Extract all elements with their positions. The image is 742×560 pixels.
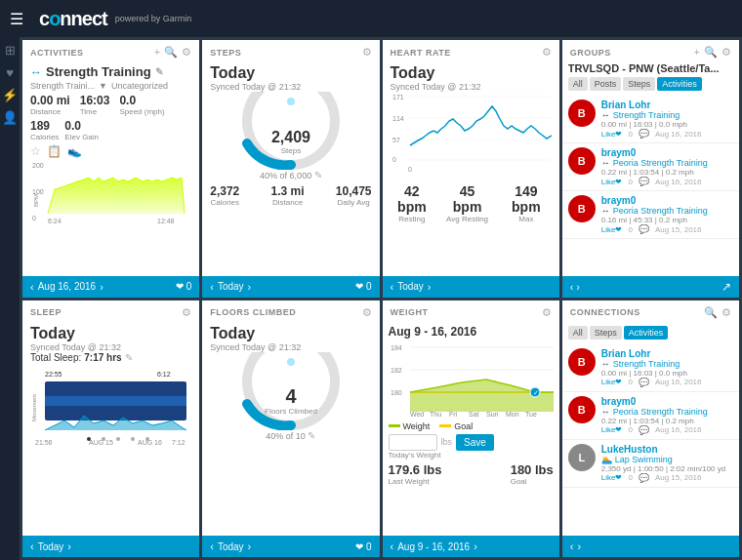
activities-search-icon[interactable]: 🔍 (164, 46, 178, 59)
sleep-edit-icon[interactable]: ✎ (125, 352, 133, 363)
notes-icon[interactable]: 📋 (47, 144, 62, 158)
conn-tab-all[interactable]: All (568, 326, 588, 340)
star-icon[interactable]: ☆ (30, 144, 41, 158)
steps-next-icon[interactable]: › (248, 281, 252, 293)
sleep-title: SLEEP (30, 307, 62, 317)
floors-next-icon[interactable]: › (248, 540, 252, 552)
groups-search-icon[interactable]: 🔍 (704, 46, 718, 59)
connections-search-icon[interactable]: 🔍 (704, 306, 718, 319)
gi-like-2[interactable]: Like❤ (601, 225, 623, 234)
activities-add-icon[interactable]: + (154, 46, 160, 59)
hr-next-icon[interactable]: › (428, 281, 432, 293)
hamburger-icon[interactable]: ☰ (10, 10, 23, 28)
steps-prev-icon[interactable]: ‹ (210, 281, 214, 293)
conn-tab-activities[interactable]: Activities (624, 326, 669, 340)
tab-all[interactable]: All (568, 77, 588, 91)
shoe-icon[interactable]: 👟 (67, 144, 82, 158)
activity-edit-icon[interactable]: ✎ (155, 66, 163, 77)
sleep-gear-icon[interactable]: ⚙ (182, 306, 191, 319)
nav-icon-user[interactable]: 👤 (1, 110, 19, 125)
like-icon[interactable]: ❤ (176, 281, 184, 292)
tab-posts[interactable]: Posts (590, 77, 622, 91)
conn-comment-2[interactable]: 💬 (639, 473, 649, 483)
gi-like-1[interactable]: Like❤ (601, 178, 623, 186)
conn-comment-0[interactable]: 💬 (639, 378, 649, 387)
weight-input[interactable] (389, 434, 437, 451)
weight-todays-label: Today's Weight (389, 451, 554, 460)
floors-prev-icon[interactable]: ‹ (210, 540, 214, 552)
svg-text:182: 182 (391, 367, 402, 374)
steps-cal-val: 2,372 (210, 184, 239, 198)
steps-goal-edit[interactable]: ✎ (314, 170, 322, 180)
conn-tab-steps[interactable]: Steps (590, 326, 622, 340)
gi-comment-1[interactable]: 💬 (639, 177, 649, 186)
conn-footer-nav[interactable]: ‹ › (570, 540, 581, 552)
gi-name-0[interactable]: Brian Lohr (601, 100, 733, 110)
floors-goal-edit[interactable]: ✎ (308, 430, 315, 441)
conn-like-1[interactable]: Like❤ (601, 425, 623, 434)
conn-name-0[interactable]: Brian Lohr (601, 348, 733, 359)
groups-external-icon[interactable]: ↗ (721, 280, 731, 294)
floors-gear-icon[interactable]: ⚙ (362, 306, 372, 319)
activities-gear-icon[interactable]: ⚙ (182, 46, 191, 59)
conn-like-0[interactable]: Like❤ (601, 378, 623, 386)
connections-gear-icon[interactable]: ⚙ (721, 306, 731, 319)
groups-add-icon[interactable]: + (694, 46, 700, 59)
weight-footer-nav[interactable]: ‹ Aug 9 - 16, 2016 › (391, 540, 477, 552)
stat-speed: 0.0 Speed (mph) (119, 94, 164, 116)
sleep-next-icon[interactable]: › (67, 540, 71, 552)
gi-like-0[interactable]: Like❤ (601, 130, 623, 139)
conn-next-icon[interactable]: › (577, 540, 581, 552)
groups-list: B Brian Lohr ↔ Strength Training 0.00 mi… (562, 96, 739, 276)
gi-name-2[interactable]: braym0 (601, 195, 733, 206)
sleep-prev-icon[interactable]: ‹ (30, 540, 34, 552)
groups-next-icon[interactable]: › (576, 281, 580, 293)
weight-save-button[interactable]: Save (456, 434, 494, 451)
conn-comment-1[interactable]: 💬 (639, 425, 649, 435)
steps-donut: 2,409 Steps (210, 92, 371, 170)
floors-like-icon[interactable]: ❤ (355, 541, 363, 552)
tab-activities[interactable]: Activities (657, 77, 702, 91)
sleep-footer-nav[interactable]: ‹ Today › (30, 540, 71, 552)
heartrate-gear-icon[interactable]: ⚙ (542, 46, 552, 59)
svg-text:Mon: Mon (506, 411, 519, 418)
gi-meta-1: Like❤ 0 💬 Aug 16, 2016 (601, 177, 733, 186)
weight-unit[interactable]: lbs (441, 437, 453, 447)
floors-footer-nav[interactable]: ‹ Today › (210, 540, 251, 552)
hr-prev-icon[interactable]: ‹ (391, 281, 394, 293)
conn-name-1[interactable]: braym0 (601, 396, 733, 407)
steps-like-icon[interactable]: ❤ (355, 281, 363, 292)
conn-prev-icon[interactable]: ‹ (570, 540, 574, 552)
footer-nav-prev[interactable]: ‹ Aug 16, 2016 › (30, 281, 103, 293)
steps-title: STEPS (210, 48, 241, 58)
gi-name-1[interactable]: braym0 (601, 147, 733, 158)
nav-icon-heart[interactable]: ♥ (1, 65, 19, 80)
avatar-1: B (568, 147, 596, 175)
groups-prev-icon[interactable]: ‹ (570, 281, 574, 293)
gi-like-count-2: 0 (628, 225, 632, 234)
weight-next-icon[interactable]: › (474, 540, 477, 552)
groups-gear-icon[interactable]: ⚙ (721, 46, 731, 59)
conn-item-0: B Brian Lohr ↔ Strength Training 0.00 mi… (562, 344, 739, 392)
conn-name-2[interactable]: LukeHuston (601, 444, 733, 455)
weight-gear-icon[interactable]: ⚙ (542, 306, 552, 319)
weight-controls: lbs Save (389, 434, 554, 451)
nav-icon-home[interactable]: ⊞ (1, 43, 19, 58)
groups-footer-left[interactable]: ‹ › (570, 281, 580, 293)
svg-text:Steps: Steps (281, 146, 301, 155)
next-icon[interactable]: › (100, 281, 103, 293)
steps-footer: ‹ Today › ❤ 0 (202, 276, 379, 298)
hr-footer-nav[interactable]: ‹ Today › (391, 281, 432, 293)
gi-stats-1: 0.22 mi | 1:03:54 | 0.2 mph (601, 168, 733, 177)
weight-prev-icon[interactable]: ‹ (391, 540, 394, 552)
sleep-footer-label: Today (38, 541, 64, 552)
prev-icon[interactable]: ‹ (30, 281, 34, 293)
steps-footer-nav[interactable]: ‹ Today › (210, 281, 251, 293)
tab-steps[interactable]: Steps (623, 77, 655, 91)
gi-comment-0[interactable]: 💬 (639, 129, 649, 139)
legend-goal-color (439, 424, 451, 427)
steps-gear-icon[interactable]: ⚙ (362, 46, 372, 59)
nav-icon-activity[interactable]: ⚡ (1, 88, 19, 102)
conn-like-2[interactable]: Like❤ (601, 473, 623, 482)
gi-comment-2[interactable]: 💬 (639, 224, 649, 234)
